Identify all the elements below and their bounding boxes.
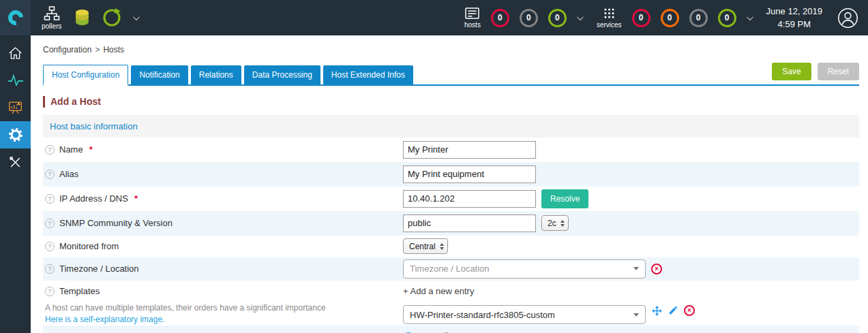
add-template-entry-link[interactable]: + Add a new entry: [403, 286, 474, 296]
reset-button[interactable]: Reset: [818, 63, 859, 80]
tab-bar: Host Configuration Notification Relation…: [43, 63, 859, 86]
chevron-down-icon: [633, 267, 639, 270]
help-icon[interactable]: ?: [45, 242, 55, 251]
services-menu[interactable]: services: [597, 7, 622, 29]
ip-input[interactable]: [403, 190, 536, 208]
main-content: Configuration>Hosts Host Configuration N…: [31, 35, 868, 333]
chart-icon: [8, 101, 23, 114]
tab-relations[interactable]: Relations: [191, 65, 241, 84]
top-bar: pollers: [0, 0, 868, 35]
timezone-select[interactable]: Timezone / Location: [403, 259, 646, 279]
alias-input[interactable]: [403, 165, 536, 183]
tab-notification[interactable]: Notification: [131, 65, 188, 84]
required-marker: *: [134, 193, 138, 204]
services-label: services: [597, 22, 622, 29]
templates-entry-row: A host can have multiple templates, thei…: [43, 302, 859, 326]
centreon-logo[interactable]: [0, 0, 31, 35]
sidebar-item-administration[interactable]: [0, 148, 31, 176]
template-select[interactable]: HW-Printer-standard-rfc3805-custom: [403, 305, 646, 324]
clear-timezone-icon[interactable]: ×: [651, 264, 662, 274]
pollers-label: pollers: [42, 23, 61, 30]
tab-host-extended-infos[interactable]: Host Extended Infos: [323, 65, 413, 84]
snmp-row: ? SNMP Community & Version 2c: [43, 211, 859, 236]
sidebar-item-reporting[interactable]: [0, 94, 31, 121]
templates-helper-text: A host can have multiple templates, thei…: [45, 303, 326, 313]
edit-icon[interactable]: [668, 305, 678, 315]
hosts-down-badge[interactable]: 0: [491, 9, 509, 27]
date-text: June 12, 2019: [766, 5, 822, 18]
alias-row: ? Alias: [43, 162, 859, 187]
pollers-icon: [44, 6, 60, 21]
help-icon[interactable]: ?: [45, 219, 55, 228]
chevron-down-icon[interactable]: [747, 14, 753, 20]
snmp-version-select[interactable]: 2c: [541, 215, 569, 231]
timezone-label: Timezone / Location: [59, 264, 139, 274]
snmp-label: SNMP Community & Version: [59, 218, 173, 228]
save-button[interactable]: Save: [772, 63, 811, 80]
services-warning-badge[interactable]: 0: [661, 9, 679, 27]
heartbeat-icon: [8, 74, 24, 86]
help-icon[interactable]: ?: [45, 194, 55, 204]
services-status-group: services 0 0 0 0: [597, 7, 751, 29]
breadcrumb-configuration[interactable]: Configuration: [43, 45, 91, 54]
hosts-unreachable-badge[interactable]: 0: [520, 9, 538, 27]
gear-icon: [8, 127, 23, 142]
tab-host-configuration[interactable]: Host Configuration: [43, 65, 128, 86]
help-icon[interactable]: ?: [45, 145, 55, 155]
name-row: ? Name *: [43, 138, 859, 162]
hosts-status-group: hosts 0 0 0: [464, 7, 582, 29]
home-icon: [8, 46, 23, 60]
sync-status-icon[interactable]: [102, 7, 122, 28]
ip-label: IP Address / DNS: [59, 193, 128, 204]
services-unknown-badge[interactable]: 0: [689, 9, 708, 27]
help-icon[interactable]: ?: [45, 287, 55, 296]
chevron-down-icon[interactable]: [133, 14, 140, 20]
templates-helper-link[interactable]: Here is a self-explanatory image.: [45, 315, 164, 324]
hosts-menu[interactable]: hosts: [464, 7, 481, 29]
hosts-up-badge[interactable]: 0: [548, 9, 567, 27]
monitored-from-select[interactable]: Central: [403, 238, 448, 254]
ip-row: ? IP Address / DNS * Resolve: [43, 187, 859, 211]
snmp-version-value: 2c: [548, 219, 556, 228]
name-input[interactable]: [403, 141, 536, 159]
sidebar-item-monitoring[interactable]: [0, 67, 31, 94]
monitored-from-value: Central: [409, 242, 436, 251]
select-arrows-icon: [440, 243, 444, 250]
sidebar: [0, 35, 31, 333]
user-profile-icon[interactable]: [837, 7, 858, 29]
snmp-community-input[interactable]: [403, 215, 536, 232]
chevron-down-icon: [633, 313, 639, 317]
pollers-menu[interactable]: pollers: [42, 6, 61, 30]
alias-label: Alias: [59, 169, 78, 179]
move-icon[interactable]: [651, 305, 663, 317]
time-text: 4:59 PM: [766, 18, 822, 31]
breadcrumb-separator: >: [95, 45, 100, 54]
timezone-row: ? Timezone / Location Timezone / Locatio…: [43, 257, 859, 281]
database-status-icon[interactable]: [74, 9, 91, 27]
select-arrows-icon: [560, 220, 565, 227]
name-label: Name: [59, 144, 83, 155]
resolve-button[interactable]: Resolve: [541, 189, 588, 208]
datetime: June 12, 2019 4:59 PM: [766, 5, 822, 31]
breadcrumb-hosts[interactable]: Hosts: [103, 45, 124, 54]
hosts-icon: [464, 7, 480, 20]
breadcrumb: Configuration>Hosts: [43, 35, 859, 54]
delete-template-icon[interactable]: ×: [684, 305, 695, 316]
required-marker: *: [89, 144, 93, 155]
tab-data-processing[interactable]: Data Processing: [244, 65, 320, 84]
help-icon[interactable]: ?: [45, 264, 55, 274]
create-services-row: ? Create Services linked to the Template…: [43, 326, 859, 333]
templates-label: Templates: [59, 286, 100, 296]
services-critical-badge[interactable]: 0: [632, 9, 650, 27]
centreon-logo-icon: [5, 7, 26, 29]
help-icon[interactable]: ?: [45, 170, 55, 179]
monitored-from-label: Monitored from: [59, 241, 119, 251]
services-icon: [603, 7, 616, 20]
tools-icon: [9, 156, 22, 169]
templates-row: ? Templates + Add a new entry: [43, 281, 859, 302]
sidebar-item-home[interactable]: [0, 39, 31, 67]
chevron-down-icon[interactable]: [577, 14, 584, 20]
section-header: Host basic information: [43, 115, 859, 138]
sidebar-item-configuration[interactable]: [0, 121, 31, 148]
services-ok-badge[interactable]: 0: [718, 9, 736, 27]
